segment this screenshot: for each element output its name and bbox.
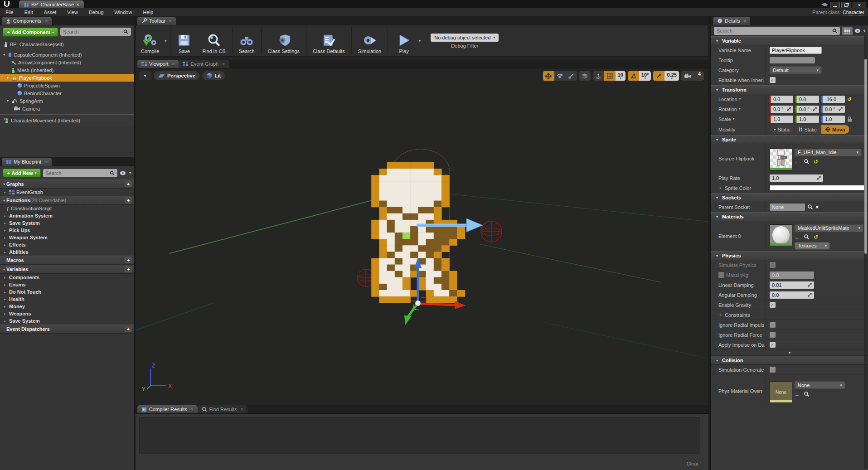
section-event-dispatchers[interactable]: . Event Dispatchers + <box>0 325 134 334</box>
simulate-physics-checkbox[interactable] <box>770 262 776 268</box>
scale-x-field[interactable]: 1.0 <box>770 116 793 123</box>
close-icon[interactable]: × <box>45 19 48 24</box>
vargroup-do-not-touch[interactable]: ▸Do Not Touch <box>0 288 134 296</box>
tab-toolbar[interactable]: Toolbar × <box>137 17 176 25</box>
clear-socket-icon[interactable]: × <box>815 204 819 210</box>
scale-snap-value[interactable]: 0.25 ▾ <box>664 71 679 81</box>
phys-material-dropdown[interactable]: None▾ <box>795 381 845 389</box>
tree-row-springarm[interactable]: ▾ SpringArm <box>0 97 134 105</box>
parent-socket-field[interactable]: None <box>770 204 805 211</box>
add-new-button[interactable]: + Add New ▾ <box>3 169 41 177</box>
location-label[interactable]: Location▾ <box>711 97 766 102</box>
expander-icon[interactable]: ▾ <box>5 99 10 103</box>
tab-find-results[interactable]: Find Results × <box>198 405 247 413</box>
search-button[interactable]: Search <box>233 25 260 56</box>
tab-my-blueprint[interactable]: My Blueprint × <box>2 158 52 166</box>
reset-icon[interactable]: ↺ <box>814 234 818 240</box>
close-icon[interactable]: × <box>191 407 194 412</box>
reset-location-icon[interactable]: ↺ <box>847 96 852 102</box>
eye-filter-icon[interactable] <box>120 171 127 175</box>
close-icon[interactable]: × <box>222 62 225 67</box>
ignore-radial-force-checkbox[interactable] <box>770 332 776 338</box>
close-icon[interactable]: × <box>241 407 243 412</box>
camera-speed-group[interactable]: 4 <box>681 71 704 81</box>
reset-icon[interactable]: ↺ <box>814 159 818 165</box>
chevron-down-icon[interactable]: ▾ <box>129 171 131 175</box>
find-in-cb-button[interactable]: Find in CB <box>197 25 231 56</box>
move-tool-button[interactable] <box>543 71 554 81</box>
grid-snap-value[interactable]: 10 ▾ <box>616 71 626 81</box>
massinkg-field[interactable]: 0.0 <box>770 271 814 279</box>
browse-icon[interactable] <box>804 391 810 397</box>
flipbook-thumbnail[interactable] <box>770 149 792 170</box>
expander-icon[interactable]: ▸ <box>3 190 7 194</box>
expander-icon[interactable]: ▸ <box>3 276 7 280</box>
textures-dropdown[interactable]: Textures▾ <box>795 242 830 250</box>
close-button[interactable]: × <box>853 2 866 8</box>
group-pick-ups[interactable]: ▸Pick Ups <box>0 227 134 234</box>
material-dropdown[interactable]: MaskedUnlitSpriteMate▾ <box>795 224 863 232</box>
3d-viewport[interactable]: Z X Y ▾ Perspective Lit <box>136 68 708 405</box>
socket-search-icon[interactable] <box>807 204 813 210</box>
vargroup-health[interactable]: ▸Health <box>0 296 134 303</box>
section-functions[interactable]: ▾ Functions (28 Overridable) + <box>0 196 134 205</box>
use-selected-icon[interactable]: ← <box>795 392 800 397</box>
details-search[interactable] <box>714 27 840 35</box>
mobility-static-button[interactable]: ●Static <box>770 125 795 134</box>
play-rate-field[interactable]: 1.0 <box>770 174 823 182</box>
play-button[interactable]: Play <box>389 25 419 56</box>
section-physics[interactable]: ▾Physics <box>711 251 868 260</box>
expander-icon[interactable]: ▸ <box>3 305 7 309</box>
tree-row-arrow[interactable]: ArrowComponent (Inherited) <box>0 58 134 66</box>
components-search[interactable] <box>60 28 131 36</box>
play-options[interactable]: ▾ <box>419 25 424 56</box>
expander-icon[interactable]: ▾ <box>2 53 6 57</box>
tree-row-charactermovement[interactable]: CharacterMovement (Inherited) <box>0 116 134 124</box>
tree-row-mesh[interactable]: Mesh (Inherited) <box>0 66 134 74</box>
grid-snap-toggle[interactable] <box>604 71 616 81</box>
use-selected-icon[interactable]: ← <box>795 159 800 165</box>
simulation-generates-checkbox[interactable] <box>770 367 776 373</box>
chevron-down-icon[interactable]: ▾ <box>863 29 865 33</box>
menu-help[interactable]: Help <box>137 10 159 15</box>
browse-icon[interactable] <box>804 234 810 240</box>
section-macros[interactable]: . Macros + <box>0 256 134 265</box>
details-scrollbar[interactable] <box>864 35 868 469</box>
perspective-button[interactable]: Perspective <box>154 71 199 80</box>
group-animation-system[interactable]: ▸Animation System <box>0 212 134 219</box>
components-search-input[interactable] <box>63 29 123 34</box>
section-variables[interactable]: ▾ Variables + <box>0 265 134 274</box>
rotation-z-field[interactable]: 0.0 ° <box>821 106 845 113</box>
apply-impulse-checkbox[interactable]: ✓ <box>770 342 776 348</box>
add-function-button[interactable]: + <box>125 197 132 204</box>
scale-snap-toggle[interactable] <box>653 71 664 81</box>
tab-compiler-results[interactable]: Compiler Results × <box>137 405 198 413</box>
vargroup-money[interactable]: ▸Money <box>0 303 134 310</box>
tree-row-playerflipbook[interactable]: ▾ PlayerFlipbook <box>0 74 134 82</box>
close-icon[interactable]: × <box>744 19 747 24</box>
expander-icon[interactable]: ▸ <box>3 243 7 247</box>
physics-expand-arrow[interactable]: ▾ <box>711 350 868 356</box>
rotation-y-field[interactable]: 0.0 ° <box>795 106 819 113</box>
expander-icon[interactable]: ▸ <box>3 250 7 254</box>
expander-icon[interactable]: ▸ <box>3 221 7 225</box>
mobility-movable-button[interactable]: Mova <box>821 125 849 134</box>
details-search-input[interactable] <box>717 28 832 34</box>
expander-icon[interactable]: ▾ <box>5 76 10 80</box>
section-graphs[interactable]: ▾ Graphs + <box>0 179 134 189</box>
location-x-field[interactable]: 0.0 <box>770 96 793 103</box>
add-component-button[interactable]: + Add Component ▾ <box>3 28 58 37</box>
vargroup-enums[interactable]: ▸Enums <box>0 281 134 288</box>
eye-filter-icon[interactable] <box>854 29 862 33</box>
expander-icon[interactable]: ▸ <box>3 290 7 294</box>
section-transform[interactable]: ▾Transform <box>711 85 868 94</box>
menu-debug[interactable]: Debug <box>83 10 109 15</box>
sprite-color-swatch[interactable] <box>770 185 864 191</box>
flipbook-dropdown[interactable]: F_UE4_Man_Idle▾ <box>795 149 862 156</box>
tree-row-self[interactable]: BP_CharacterBase(self) <box>0 40 134 48</box>
add-graph-button[interactable]: + <box>125 181 132 187</box>
tree-row-camera[interactable]: Camera <box>0 105 134 112</box>
expander-icon[interactable]: ▸ <box>3 228 7 233</box>
myblueprint-search[interactable] <box>43 169 117 177</box>
editable-checkbox[interactable]: ✓ <box>770 77 776 83</box>
